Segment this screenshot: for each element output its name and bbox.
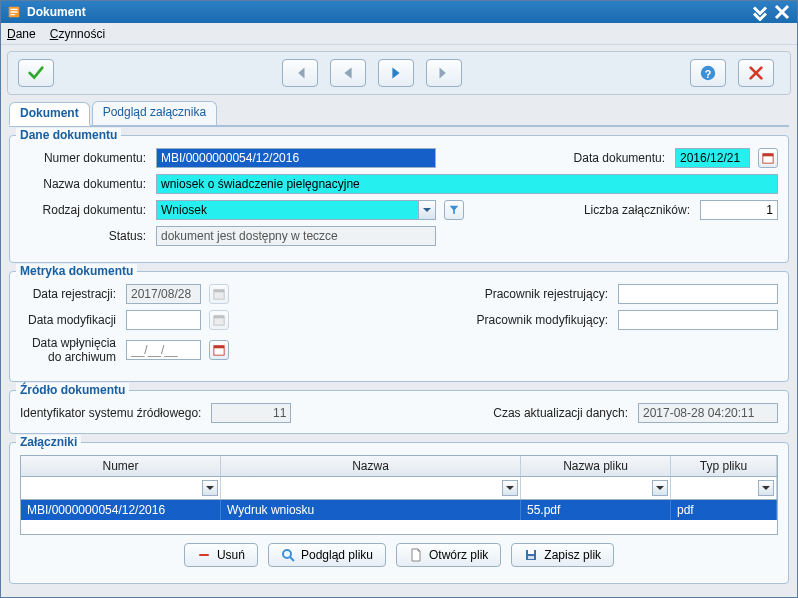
chevron-down-icon[interactable]	[652, 480, 668, 496]
cell-numer: MBI/0000000054/12/2016	[21, 500, 221, 520]
calendar-icon[interactable]	[209, 340, 229, 360]
cancel-button[interactable]	[738, 59, 774, 87]
legend-metryka: Metryka dokumentu	[16, 264, 137, 278]
data-dokumentu-input[interactable]	[675, 148, 750, 168]
fieldset-metryka: Metryka dokumentu Data rejestracji: Prac…	[9, 271, 789, 382]
svg-rect-6	[214, 290, 224, 293]
svg-rect-14	[528, 550, 534, 554]
pracownik-rejestrujacy-input[interactable]	[618, 284, 778, 304]
cell-typ-pliku: pdf	[671, 500, 777, 520]
nazwa-dokumentu-label: Nazwa dokumentu:	[20, 177, 150, 191]
rodzaj-dokumentu-combo[interactable]	[156, 200, 436, 220]
help-button[interactable]: ?	[690, 59, 726, 87]
pracownik-modyfikujacy-label: Pracownik modyfikujący:	[477, 313, 612, 327]
close-button[interactable]	[773, 4, 791, 20]
col-nazwa-pliku[interactable]: Nazwa pliku	[521, 456, 671, 476]
data-archiwum-input[interactable]	[126, 340, 201, 360]
menubar: Dane Czynności	[1, 23, 797, 45]
window: Dokument Dane Czynności ? Dokument Podgl…	[0, 0, 798, 598]
minimize-button[interactable]	[751, 4, 769, 20]
accept-button[interactable]	[18, 59, 54, 87]
cell-nazwa-pliku: 55.pdf	[521, 500, 671, 520]
save-icon	[524, 548, 538, 562]
nav-prev-button[interactable]	[330, 59, 366, 87]
legend-dane-dokumentu: Dane dokumentu	[16, 128, 121, 142]
data-modyfikacji-input[interactable]	[126, 310, 201, 330]
calendar-icon[interactable]	[209, 284, 229, 304]
svg-rect-15	[528, 556, 534, 559]
attachments-table: Numer Nazwa Nazwa pliku Typ pliku MBI/00…	[20, 455, 778, 535]
nazwa-dokumentu-input[interactable]	[156, 174, 778, 194]
chevron-down-icon[interactable]	[502, 480, 518, 496]
menu-czynnosci[interactable]: Czynności	[50, 27, 105, 41]
id-systemu-label: Identyfikator systemu źródłowego:	[20, 406, 205, 420]
tabs: Dokument Podgląd załącznika	[9, 101, 789, 127]
czas-aktualizacji-input	[638, 403, 778, 423]
col-typ-pliku[interactable]: Typ pliku	[671, 456, 777, 476]
app-icon	[7, 5, 21, 19]
nav-next-button[interactable]	[378, 59, 414, 87]
file-icon	[409, 548, 423, 562]
data-rejestracji-label: Data rejestracji:	[20, 287, 120, 301]
tab-podglad-zalacznika[interactable]: Podgląd załącznika	[92, 101, 217, 125]
liczba-zalacznikow-input[interactable]	[700, 200, 778, 220]
minus-icon	[197, 548, 211, 562]
podglad-pliku-button[interactable]: Podgląd pliku	[268, 543, 386, 567]
pracownik-rejestrujacy-label: Pracownik rejestrujący:	[485, 287, 612, 301]
table-row[interactable]: MBI/0000000054/12/2016 Wydruk wniosku 55…	[21, 500, 777, 520]
calendar-icon[interactable]	[209, 310, 229, 330]
svg-rect-4	[763, 154, 773, 157]
calendar-icon[interactable]	[758, 148, 778, 168]
nav-first-button[interactable]	[282, 59, 318, 87]
magnifier-icon	[281, 548, 295, 562]
fieldset-zrodlo: Źródło dokumentu Identyfikator systemu ź…	[9, 390, 789, 434]
svg-point-12	[283, 550, 291, 558]
filter-nazwa[interactable]	[221, 477, 520, 499]
toolbar: ?	[7, 51, 791, 95]
svg-rect-11	[199, 554, 209, 556]
filter-numer[interactable]	[21, 477, 220, 499]
status-label: Status:	[20, 229, 150, 243]
usun-button[interactable]: Usuń	[184, 543, 258, 567]
id-systemu-input	[211, 403, 291, 423]
rodzaj-dokumentu-label: Rodzaj dokumentu:	[20, 203, 150, 217]
fieldset-zalaczniki: Załączniki Numer Nazwa Nazwa pliku Typ p…	[9, 442, 789, 584]
fieldset-dane-dokumentu: Dane dokumentu Numer dokumentu: Data dok…	[9, 135, 789, 263]
otworz-plik-button[interactable]: Otwórz plik	[396, 543, 501, 567]
chevron-down-icon[interactable]	[418, 200, 436, 220]
svg-rect-8	[214, 316, 224, 319]
zapisz-plik-button[interactable]: Zapisz plik	[511, 543, 614, 567]
liczba-zalacznikow-label: Liczba załączników:	[584, 203, 694, 217]
czas-aktualizacji-label: Czas aktualizacji danych:	[493, 406, 632, 420]
data-dokumentu-label: Data dokumentu:	[574, 151, 669, 165]
data-archiwum-label: Data wpłynięcia do archiwum	[20, 336, 120, 365]
pracownik-modyfikujacy-input[interactable]	[618, 310, 778, 330]
tab-dokument[interactable]: Dokument	[9, 102, 90, 126]
button-row: Usuń Podgląd pliku Otwórz plik Zapisz pl…	[20, 543, 778, 573]
rodzaj-dokumentu-input[interactable]	[156, 200, 418, 220]
col-numer[interactable]: Numer	[21, 456, 221, 476]
window-title: Dokument	[27, 5, 86, 19]
filter-nazwa-pliku[interactable]	[521, 477, 670, 499]
numer-dokumentu-label: Numer dokumentu:	[20, 151, 150, 165]
data-rejestracji-input[interactable]	[126, 284, 201, 304]
cell-nazwa: Wydruk wniosku	[221, 500, 521, 520]
status-input	[156, 226, 436, 246]
titlebar: Dokument	[1, 1, 797, 23]
filter-icon[interactable]	[444, 200, 464, 220]
chevron-down-icon[interactable]	[202, 480, 218, 496]
menu-dane[interactable]: Dane	[7, 27, 36, 41]
legend-zalaczniki: Załączniki	[16, 435, 81, 449]
data-modyfikacji-label: Data modyfikacji	[20, 313, 120, 327]
numer-dokumentu-input[interactable]	[156, 148, 436, 168]
svg-rect-10	[214, 346, 224, 349]
content: Dokument Podgląd załącznika Dane dokumen…	[1, 101, 797, 584]
svg-text:?: ?	[705, 68, 712, 80]
chevron-down-icon[interactable]	[758, 480, 774, 496]
legend-zrodlo: Źródło dokumentu	[16, 383, 129, 397]
nav-last-button[interactable]	[426, 59, 462, 87]
col-nazwa[interactable]: Nazwa	[221, 456, 521, 476]
